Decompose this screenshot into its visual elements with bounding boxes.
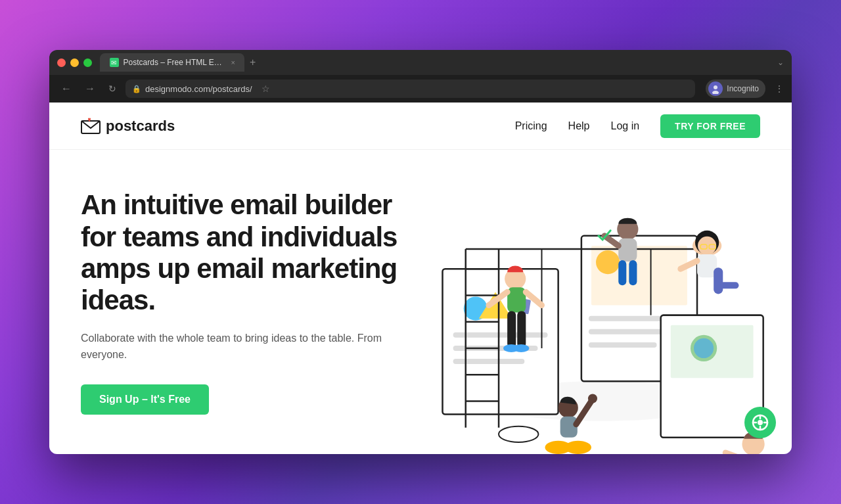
lock-icon: 🔒 bbox=[132, 85, 141, 93]
svg-rect-48 bbox=[507, 311, 516, 348]
site-nav: postcards Pricing Help Log in TRY FOR FR… bbox=[49, 103, 792, 150]
chat-icon bbox=[752, 414, 769, 431]
svg-rect-7 bbox=[443, 269, 558, 414]
hero-subtext: Collaborate with the whole team to bring… bbox=[81, 330, 422, 363]
tab-bar: ✉ Postcards – Free HTML Email × + bbox=[100, 53, 784, 72]
maximize-button[interactable] bbox=[83, 58, 92, 67]
close-button[interactable] bbox=[57, 58, 66, 67]
profile-avatar bbox=[708, 81, 723, 96]
titlebar: ✉ Postcards – Free HTML Email × + ⌄ bbox=[49, 50, 792, 75]
refresh-button[interactable]: ↻ bbox=[104, 81, 120, 97]
chat-button[interactable] bbox=[744, 407, 776, 438]
svg-rect-55 bbox=[629, 260, 637, 285]
addressbar: ← → ↻ 🔒 designmodo.com/postcards/ ☆ Inco… bbox=[49, 75, 792, 103]
back-button[interactable]: ← bbox=[57, 80, 76, 97]
hero-heading: An intuitive email builder for teams and… bbox=[81, 189, 422, 316]
profile-button[interactable]: Incognito bbox=[706, 80, 765, 98]
svg-rect-23 bbox=[694, 338, 714, 358]
svg-point-51 bbox=[513, 344, 529, 352]
browser-menu-icon[interactable]: ⋮ bbox=[775, 83, 784, 94]
pricing-link[interactable]: Pricing bbox=[515, 120, 547, 132]
minimize-button[interactable] bbox=[70, 58, 79, 67]
svg-point-16 bbox=[596, 250, 620, 274]
svg-rect-40 bbox=[720, 282, 739, 288]
help-link[interactable]: Help bbox=[568, 120, 590, 132]
login-link[interactable]: Log in bbox=[611, 120, 640, 132]
tab-title: Postcards – Free HTML Email bbox=[124, 58, 226, 67]
tab-close-icon[interactable]: × bbox=[231, 58, 235, 66]
svg-rect-54 bbox=[618, 260, 626, 285]
svg-text:✉: ✉ bbox=[111, 59, 116, 66]
nav-links: Pricing Help Log in TRY FOR FREE bbox=[515, 114, 760, 138]
traffic-lights bbox=[57, 58, 92, 67]
site-logo[interactable]: postcards bbox=[81, 118, 175, 135]
bookmark-icon[interactable]: ☆ bbox=[261, 83, 270, 94]
svg-point-62 bbox=[588, 394, 597, 403]
svg-line-67 bbox=[725, 453, 743, 454]
url-bar[interactable]: 🔒 designmodo.com/postcards/ ☆ bbox=[125, 80, 695, 98]
svg-point-60 bbox=[565, 441, 591, 454]
browser-tab[interactable]: ✉ Postcards – Free HTML Email × bbox=[100, 53, 244, 72]
new-tab-button[interactable]: + bbox=[250, 57, 256, 68]
logo-icon bbox=[81, 118, 102, 135]
url-text: designmodo.com/postcards/ bbox=[145, 84, 252, 94]
nav-cta-button[interactable]: TRY FOR FREE bbox=[660, 114, 760, 138]
logo-text: postcards bbox=[106, 118, 175, 135]
svg-point-70 bbox=[499, 426, 538, 442]
hero-cta-button[interactable]: Sign Up – It's Free bbox=[81, 384, 209, 415]
illustration-svg bbox=[398, 150, 792, 454]
site-content: postcards Pricing Help Log in TRY FOR FR… bbox=[49, 103, 792, 454]
svg-rect-53 bbox=[618, 239, 637, 262]
forward-button[interactable]: → bbox=[81, 80, 99, 97]
tab-expand-icon[interactable]: ⌄ bbox=[777, 58, 784, 67]
hero-illustration bbox=[398, 150, 792, 454]
profile-name: Incognito bbox=[727, 84, 759, 93]
tab-favicon: ✉ bbox=[109, 57, 120, 68]
svg-point-72 bbox=[758, 420, 763, 425]
hero-text: An intuitive email builder for teams and… bbox=[81, 189, 422, 414]
svg-rect-49 bbox=[517, 311, 526, 348]
svg-point-3 bbox=[714, 85, 717, 89]
hero-section: An intuitive email builder for teams and… bbox=[49, 150, 792, 454]
browser-window: ✉ Postcards – Free HTML Email × + ⌄ ← → … bbox=[49, 50, 792, 454]
svg-rect-39 bbox=[714, 267, 723, 294]
